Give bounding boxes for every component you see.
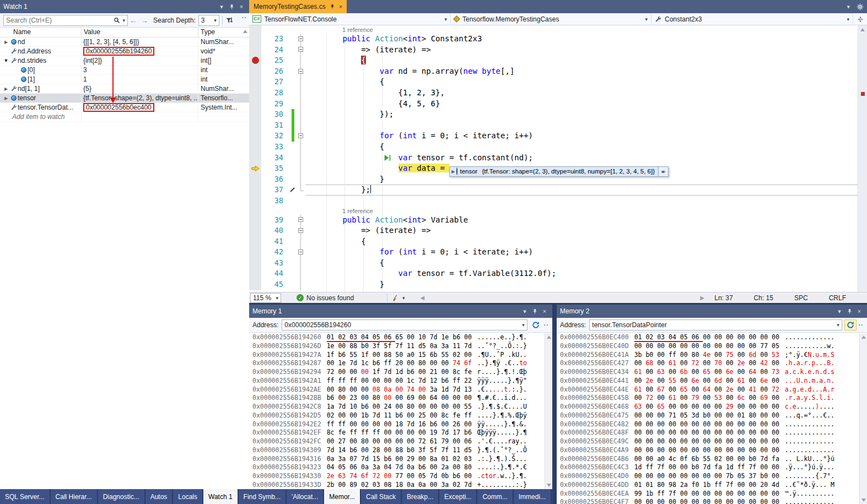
breakpoint-icon[interactable]	[252, 57, 259, 64]
folding-margin[interactable]	[297, 109, 305, 120]
breakpoint-margin[interactable]	[249, 258, 261, 269]
code-line[interactable]: 44 var tensor = tf.Variable(3112.0f);	[249, 268, 858, 279]
memory-row[interactable]: 0x000002556B0EC49C00 00 00 00 00 00 00 0…	[560, 437, 858, 446]
split-window-icon[interactable]	[853, 13, 867, 25]
memory-row[interactable]: 0x000002556B19426D1e 00 88 b0 3f 5f 7f 1…	[252, 342, 543, 351]
code-text[interactable]: {	[305, 236, 858, 247]
run-to-click-icon[interactable]	[384, 154, 391, 161]
breakpoint-margin[interactable]	[249, 207, 261, 215]
code-line[interactable]: 23 public Action<int> Constant2x3	[249, 34, 858, 45]
memory-row[interactable]: 0x000002556B0EC40D00 00 00 00 00 00 00 0…	[560, 342, 858, 351]
watch-row[interactable]: [0]3int	[0, 66, 249, 75]
folding-margin[interactable]	[297, 236, 305, 247]
pin-icon[interactable]	[845, 307, 854, 316]
code-text[interactable]: public Action<int> Constant2x3	[305, 34, 858, 45]
breakpoint-margin[interactable]	[249, 279, 261, 290]
breakpoint-margin[interactable]	[249, 77, 261, 88]
project-dropdown[interactable]: C# TensorFlowNET.Console ▾	[249, 13, 451, 25]
code-line[interactable]: 42 for (int i = 0; i < iterate; i++)	[249, 247, 858, 258]
folding-margin[interactable]	[297, 88, 305, 99]
code-line[interactable]: 24 => (iterate) =>	[249, 45, 858, 56]
memory-row[interactable]: 0x000002556B0EC47500 00 00 71 05 3d b0 0…	[560, 411, 858, 420]
memory-row[interactable]: 0x000002556B1942FC00 27 00 80 00 00 00 0…	[252, 437, 543, 446]
code-line[interactable]: 26 var nd = np.array(new byte[,]	[249, 66, 858, 77]
code-line[interactable]: 40 => (iterate) =>	[249, 225, 858, 236]
memory-row[interactable]: 0x000002556B0EC4EA99 1b ff 7f 00 00 00 0…	[560, 490, 858, 498]
window-menu-icon[interactable]: ▾	[835, 307, 844, 316]
breakpoint-margin[interactable]	[249, 153, 261, 164]
expander-icon[interactable]: ▶	[2, 96, 10, 101]
code-text[interactable]: => (iterate) =>	[305, 225, 858, 236]
breakpoint-margin[interactable]	[249, 25, 261, 34]
breakpoint-margin[interactable]	[249, 45, 261, 56]
memory-row[interactable]: 0x000002556B1943160a 3a 07 7d 15 b6 00 2…	[252, 455, 543, 464]
chevron-down-icon[interactable]: ▾	[843, 0, 853, 13]
folding-margin[interactable]	[297, 120, 305, 131]
breakpoint-margin[interactable]	[249, 215, 261, 226]
tool-tab-locals[interactable]: Locals	[173, 489, 202, 504]
code-text[interactable]: var tensor = tf.constant(nd);	[305, 153, 858, 164]
memory-row[interactable]: 0x000002556B0EC4DD01 01 80 98 2a f0 1b f…	[560, 481, 858, 490]
code-text[interactable]: }	[305, 174, 858, 185]
column-header-value[interactable]: Value	[82, 28, 198, 37]
code-text[interactable]	[305, 120, 858, 131]
code-line[interactable]: 27 {	[249, 77, 858, 88]
folding-margin[interactable]	[297, 25, 305, 34]
code-line[interactable]: 38	[249, 196, 858, 207]
back-arrow-icon[interactable]: ←	[130, 16, 137, 25]
folding-margin[interactable]	[297, 55, 305, 66]
memory-row[interactable]: 0x000002556B0EC46863 00 65 00 00 00 00 0…	[560, 403, 858, 411]
folding-margin[interactable]	[297, 207, 305, 215]
breakpoint-margin[interactable]	[249, 185, 261, 196]
tool-tab-call-hierar[interactable]: Call Hierar...	[51, 489, 97, 504]
window-menu-icon[interactable]: ▾	[217, 2, 226, 11]
code-text[interactable]: {	[305, 55, 858, 66]
memory-row[interactable]: 0x000002556B1942BBb6 00 23 00 80 00 00 6…	[252, 394, 543, 403]
folding-margin[interactable]	[297, 174, 305, 185]
memory1-scrollbar[interactable]	[545, 333, 552, 489]
tool-tab-sql-server[interactable]: SQL Server...	[0, 489, 50, 504]
folding-margin[interactable]	[297, 99, 305, 110]
folding-margin[interactable]	[297, 163, 305, 174]
memory-row[interactable]: 0x000002556B0EC44E61 00 67 00 65 00 64 0…	[560, 386, 858, 394]
chevron-down-icon[interactable]: ▾	[122, 18, 125, 23]
code-line[interactable]: 43 {	[249, 258, 858, 269]
close-icon[interactable]: ×	[237, 2, 246, 11]
breakpoint-margin[interactable]	[249, 196, 261, 207]
column-header-type[interactable]: Type	[198, 28, 249, 37]
folding-margin[interactable]	[297, 66, 305, 77]
code-text[interactable]: {	[305, 258, 858, 269]
toolbar-overflow-grip[interactable]: ··	[859, 322, 864, 328]
code-line[interactable]: 30 });	[249, 109, 858, 120]
code-line[interactable]: 35 var data = ▶tensor{tf.Tensor: shape=(…	[249, 163, 858, 174]
issues-label[interactable]: No issues found	[306, 294, 354, 302]
memory-row[interactable]: 0x000002556B0EC4C31d ff 7f 00 00 b0 7d f…	[560, 463, 858, 472]
folding-margin[interactable]	[297, 131, 305, 142]
code-text[interactable]: 1 reference	[305, 207, 858, 215]
close-icon[interactable]: ×	[855, 307, 864, 316]
breakpoint-margin[interactable]	[249, 120, 261, 131]
hscroll-right-icon[interactable]: ▶	[700, 295, 704, 301]
tool-tab-diagnostic[interactable]: Diagnostic...	[98, 489, 144, 504]
memory-row[interactable]: 0x000002556B1943097d 14 b6 00 28 00 88 b…	[252, 446, 543, 455]
folding-margin[interactable]	[297, 258, 305, 269]
tool-tab-find-symb[interactable]: Find Symb...	[239, 489, 286, 504]
breakpoint-margin[interactable]	[249, 55, 261, 66]
close-icon[interactable]: ×	[540, 307, 549, 316]
watch-row[interactable]: ▶nd[1, 1]{5}NumShar...	[0, 84, 249, 94]
memory-row[interactable]: 0x000002556B0EC44100 2e 00 55 00 6e 00 6…	[560, 377, 858, 386]
memory-row[interactable]: 0x000002556B1942EF8c fe ff ff ff 00 00 0…	[252, 429, 543, 437]
address-input[interactable]: tensor.TensorDataPointer ▾	[589, 319, 842, 330]
code-line[interactable]: 29 {4, 5, 6}	[249, 99, 858, 110]
code-line[interactable]: 25 {	[249, 55, 858, 66]
code-text[interactable]: {	[305, 77, 858, 88]
tool-tab-memor[interactable]: Memor...	[324, 489, 360, 504]
code-line[interactable]: 36 }	[249, 174, 858, 185]
breakpoint-margin[interactable]	[249, 163, 261, 174]
memory-row[interactable]: 0x000002556B0EC42700 68 00 61 00 72 00 7…	[560, 359, 858, 368]
memory-row[interactable]: 0x000002556B1942D502 00 00 1b 7d 11 b6 0…	[252, 411, 543, 420]
code-text[interactable]: var data = ▶tensor{tf.Tensor: shape=(2, …	[305, 163, 858, 174]
code-text[interactable]	[305, 196, 858, 207]
code-line[interactable]: 39 public Action<int> Variable	[249, 215, 858, 226]
breakpoint-margin[interactable]	[249, 142, 261, 153]
